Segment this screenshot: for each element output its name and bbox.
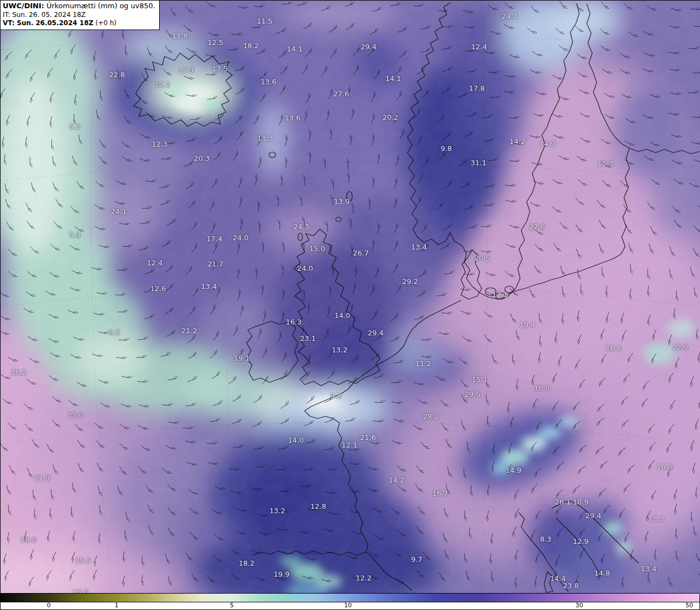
- colorbar-tick: 30: [575, 602, 583, 609]
- colorbar-gradient: [1, 594, 699, 602]
- colorbar-legend: 015103050: [1, 593, 699, 609]
- weather-map-screen: 11.524.411.812.518.214.129.412.422.817.9…: [0, 0, 700, 610]
- precipitation-map: [1, 1, 700, 594]
- colorbar-tick: 10: [344, 602, 352, 609]
- model-name: UWC/DINI:: [3, 2, 44, 10]
- title-line: UWC/DINI: Úrkomumætti (mm) og uv850.: [3, 2, 155, 11]
- valid-time-line: VT: Sun. 26.05.2024 18Z (+0 h): [3, 19, 155, 28]
- product-name: Úrkomumætti (mm) og uv850.: [46, 2, 155, 10]
- colorbar-ticks: 015103050: [1, 602, 699, 609]
- title-box: UWC/DINI: Úrkomumætti (mm) og uv850. IT:…: [1, 1, 160, 30]
- map-area: 11.524.411.812.518.214.129.412.422.817.9…: [1, 1, 700, 594]
- init-time: IT: Sun. 26. 05. 2024 18Z: [3, 11, 155, 20]
- colorbar-tick: 1: [115, 602, 119, 609]
- valid-offset: (+0 h): [96, 19, 116, 27]
- colorbar-tick: 0: [47, 602, 51, 609]
- colorbar-tick: 5: [230, 602, 234, 609]
- colorbar-tick: 50: [686, 602, 693, 609]
- valid-time: VT: Sun. 26.05.2024 18Z: [3, 19, 94, 27]
